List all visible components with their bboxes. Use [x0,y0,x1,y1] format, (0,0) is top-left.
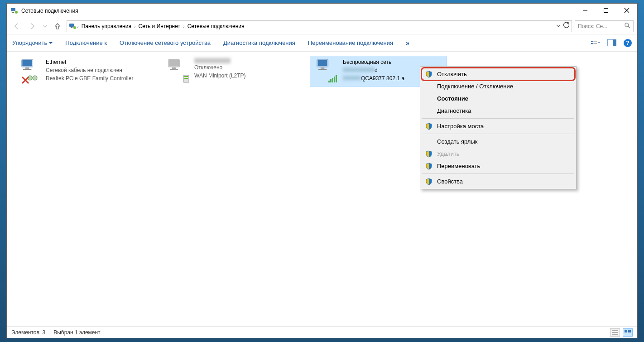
chevron-right-icon[interactable]: › [134,24,136,29]
maximize-button[interactable] [596,4,616,17]
context-menu-label: Переименовать [437,163,480,169]
svg-rect-21 [25,67,29,69]
connection-hardware: QCA9377 802.1 a [343,74,404,82]
context-menu-item[interactable]: Диагностика [422,105,575,117]
svg-rect-40 [330,79,332,82]
rename-button[interactable]: Переименование подключения [308,39,393,46]
context-menu-item[interactable]: Настройка моста [422,120,575,132]
context-menu-item[interactable]: Создать ярлык [422,135,575,148]
svg-rect-43 [336,75,337,82]
svg-rect-47 [625,330,627,332]
svg-rect-14 [593,41,597,41]
svg-rect-39 [328,81,330,82]
svg-rect-15 [591,43,593,44]
svg-rect-13 [591,41,593,42]
refresh-icon[interactable] [563,22,570,30]
connect-to-button[interactable]: Подключение к [65,39,107,46]
connection-hardware: WAN Miniport (L2TP) [194,72,246,80]
address-dropdown-icon[interactable] [556,23,561,29]
diagnose-button[interactable]: Диагностика подключения [223,39,295,46]
svg-rect-9 [71,27,72,28]
up-button[interactable] [51,20,64,33]
context-menu-item[interactable]: Состояние [422,92,575,105]
window-title: Сетевые подключения [21,8,575,14]
svg-rect-48 [628,330,631,332]
back-button[interactable] [10,20,23,33]
svg-point-11 [625,23,629,27]
svg-rect-5 [604,9,608,13]
connection-item-vpn[interactable]: Отключено WAN Miniport (L2TP) [162,56,298,86]
context-menu-item[interactable]: Переименовать [422,160,575,172]
connection-hardware: Realtek PCIe GBE Family Controller [46,74,133,82]
connection-item-ethernet[interactable]: Ethernet Сетевой кабель не подключен Rea… [13,56,149,86]
search-input[interactable]: Поиск: Се... [575,20,634,32]
preview-pane-button[interactable] [607,39,616,47]
close-button[interactable] [616,4,637,17]
recent-dropdown-button[interactable] [41,20,48,33]
context-menu-label: Отключить [437,71,467,77]
selection-count: Выбран 1 элемент [53,329,100,336]
view-details-button[interactable] [610,328,620,337]
titlebar: Сетевые подключения [7,4,637,18]
context-menu-item[interactable]: Отключить [422,68,575,80]
svg-rect-29 [169,60,179,66]
forward-button[interactable] [26,20,38,33]
item-count: Элементов: 3 [11,329,45,336]
status-bar: Элементов: 3 Выбран 1 элемент [7,326,637,338]
svg-rect-1 [12,12,14,13]
connection-name: Беспроводная сеть [343,58,404,66]
svg-rect-36 [317,60,327,66]
organize-menu[interactable]: Упорядочить [12,39,53,46]
wifi-icon [312,58,338,84]
uac-shield-icon [425,71,433,78]
context-menu-item: Удалить [422,148,575,160]
svg-rect-22 [23,69,31,70]
context-menu-label: Создать ярлык [437,138,477,145]
uac-shield-icon [425,150,433,158]
svg-rect-2 [11,13,15,13]
context-menu-item[interactable]: Свойства [422,175,575,188]
disable-device-button[interactable]: Отключение сетевого устройства [120,39,211,46]
uac-shield-icon [425,123,433,130]
toolbar-overflow-button[interactable]: » [406,39,409,47]
svg-rect-30 [172,67,176,69]
svg-rect-42 [334,77,335,82]
vpn-icon [163,58,190,84]
uac-shield-icon [425,178,433,185]
svg-point-3 [15,11,18,14]
breadcrumb-item[interactable]: Сетевые подключения [186,22,246,30]
context-menu-label: Удалить [437,150,460,157]
context-menu-label: Свойства [437,178,463,185]
context-menu-label: Подключение / Отключение [437,83,513,90]
context-menu: ОтключитьПодключение / ОтключениеСостоян… [420,66,577,189]
context-menu-item[interactable]: Подключение / Отключение [422,80,575,92]
chevron-right-icon[interactable]: › [77,24,79,29]
connection-status: d [343,66,404,74]
svg-point-10 [73,26,76,29]
chevron-right-icon[interactable]: › [183,24,185,29]
context-menu-label: Состояние [437,95,468,102]
address-bar[interactable]: › Панель управления › Сеть и Интернет › … [67,20,572,32]
svg-rect-18 [613,39,616,46]
minimize-button[interactable] [575,4,596,17]
help-button[interactable]: ? [624,39,632,47]
svg-rect-8 [69,24,74,27]
command-toolbar: Упорядочить Подключение к Отключение сет… [7,34,637,52]
breadcrumb-item[interactable]: Панель управления [80,22,133,30]
context-menu-label: Диагностика [437,107,471,114]
view-options-button[interactable] [591,39,600,47]
connection-status: Сетевой кабель не подключен [46,66,133,74]
network-connections-icon [69,23,76,30]
svg-rect-38 [318,69,327,70]
navigation-bar: › Панель управления › Сеть и Интернет › … [7,18,637,34]
view-large-icons-button[interactable] [623,328,633,337]
svg-rect-33 [184,76,188,77]
connection-name [194,58,231,63]
network-connections-icon [10,7,18,14]
svg-rect-41 [332,78,333,82]
breadcrumb-item[interactable]: Сеть и Интернет [137,22,182,30]
connection-name: Ethernet [46,58,133,66]
connections-list: Ethernet Сетевой кабель не подключен Rea… [7,52,637,326]
explorer-window: Сетевые подключения › Панель управления … [6,3,638,338]
svg-rect-20 [22,60,32,66]
